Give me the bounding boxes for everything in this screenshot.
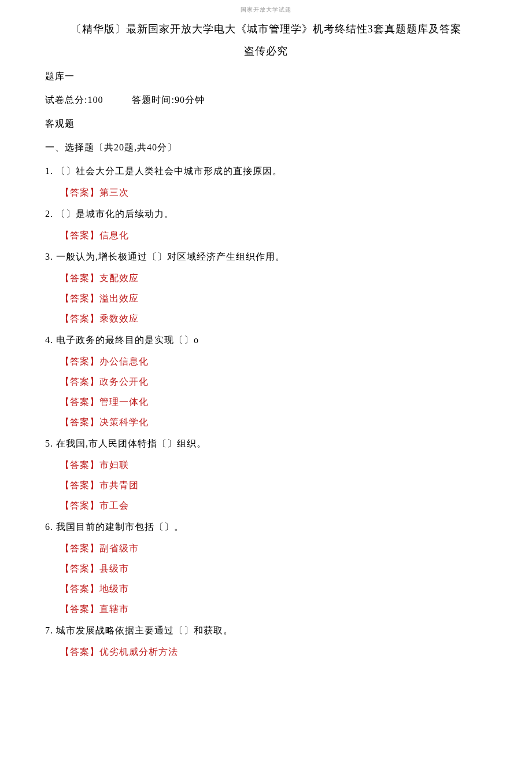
- section-1-heading: 一、选择题〔共20题,共40分〕: [45, 142, 487, 154]
- answer-5-3: 【答案】市工会: [60, 500, 487, 512]
- exam-meta: 试卷总分:100答题时间:90分钟: [45, 94, 487, 106]
- answer-4-1: 【答案】办公信息化: [60, 356, 487, 368]
- meta-total-score: 试卷总分:100: [45, 95, 103, 105]
- answer-5-2: 【答案】市共青团: [60, 480, 487, 492]
- question-4: 4. 电子政务的最终目的是实现〔〕o: [45, 334, 487, 347]
- document-title: 〔精华版〕最新国家开放大学电大《城市管理学》机考终结性3套真题题库及答案: [45, 22, 487, 36]
- question-7: 7. 城市发展战略依据主要通过〔〕和获取。: [45, 625, 487, 637]
- question-bank-label: 题库一: [45, 71, 487, 83]
- answer-6-4: 【答案】直辖市: [60, 603, 487, 616]
- answer-6-3: 【答案】地级市: [60, 583, 487, 595]
- answer-2-1: 【答案】信息化: [60, 230, 487, 242]
- answer-3-1: 【答案】支配效应: [60, 272, 487, 285]
- answer-6-2: 【答案】县级市: [60, 563, 487, 575]
- answer-3-2: 【答案】溢出效应: [60, 293, 487, 305]
- question-2: 2. 〔〕是城市化的后续动力。: [45, 208, 487, 220]
- answer-6-1: 【答案】副省级市: [60, 543, 487, 555]
- answer-5-1: 【答案】市妇联: [60, 459, 487, 471]
- question-1: 1. 〔〕社会大分工是人类社会中城市形成的直接原因。: [45, 165, 487, 178]
- question-5: 5. 在我国,市人民团体特指〔〕组织。: [45, 438, 487, 450]
- answer-1-1: 【答案】第三次: [60, 187, 487, 199]
- meta-time-limit: 答题时间:90分钟: [132, 95, 204, 105]
- page-header-small: 国家开放大学试题: [45, 6, 487, 14]
- answer-4-4: 【答案】决策科学化: [60, 417, 487, 429]
- document-page: 国家开放大学试题 〔精华版〕最新国家开放大学电大《城市管理学》机考终结性3套真题…: [0, 0, 532, 684]
- answer-4-3: 【答案】管理一体化: [60, 396, 487, 408]
- answer-4-2: 【答案】政务公开化: [60, 376, 487, 388]
- answer-3-3: 【答案】乘数效应: [60, 313, 487, 325]
- question-3: 3. 一般认为,增长极通过〔〕对区域经济产生组织作用。: [45, 251, 487, 263]
- answer-7-1: 【答案】优劣机威分析方法: [60, 646, 487, 658]
- question-6: 6. 我国目前的建制市包括〔〕。: [45, 521, 487, 533]
- document-subtitle: 盗传必究: [45, 44, 487, 58]
- objective-label: 客观题: [45, 118, 487, 130]
